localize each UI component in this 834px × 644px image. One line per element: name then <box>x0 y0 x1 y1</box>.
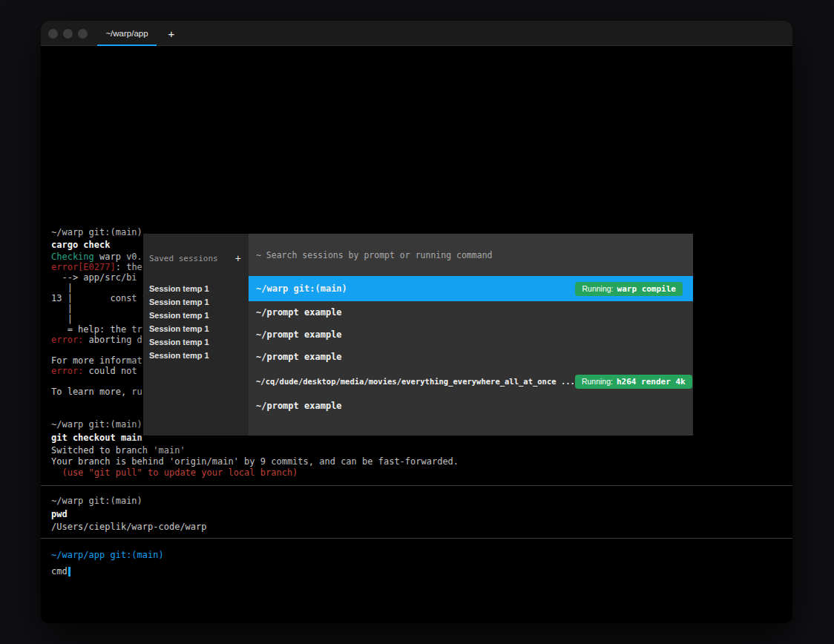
close-window-button[interactable] <box>48 29 58 39</box>
session-switcher-overlay: Saved sessions + Session temp 1Session t… <box>143 234 693 436</box>
saved-session-item[interactable]: Session temp 1 <box>143 335 249 349</box>
terminal-text: pwd <box>51 509 68 519</box>
running-command: warp compile <box>617 284 676 294</box>
text-cursor <box>68 567 70 576</box>
terminal-text: cargo check <box>51 240 110 250</box>
session-result-row[interactable]: ~/prompt example <box>249 301 693 323</box>
terminal-text: Your branch is behind 'origin/main' by 9… <box>51 456 459 467</box>
terminal-window: ~/warp/app + ~/warp git:(main)cargo chec… <box>41 21 792 623</box>
session-result-label: ~/warp git:(main) <box>256 283 347 294</box>
saved-session-item[interactable]: Session temp 1 <box>143 349 249 362</box>
session-result-list: ~/warp git:(main)Running:warp compile~/p… <box>249 276 693 417</box>
running-label: Running: <box>582 377 613 386</box>
pwd-block: ~/warp git:(main)pwd/Users/cieplik/warp-… <box>41 496 792 533</box>
terminal-text: ~/warp git:(main) <box>51 227 142 237</box>
terminal-line: (use "git pull" to update your local bra… <box>51 467 782 479</box>
terminal-text: To learn more, ru <box>51 387 142 397</box>
terminal-text: | <box>51 303 73 314</box>
terminal-line[interactable]: ~/warp/app git:(main) <box>51 550 782 561</box>
maximize-window-button[interactable] <box>78 29 88 39</box>
new-tab-button[interactable]: + <box>162 21 181 46</box>
terminal-text: ~/warp git:(main) <box>51 419 142 430</box>
current-input-block[interactable]: ~/warp/app git:(main)cmd <box>41 550 792 577</box>
running-label: Running: <box>582 284 613 293</box>
saved-session-item[interactable]: Session temp 1 <box>143 282 249 295</box>
session-result-label: ~/prompt example <box>256 307 342 318</box>
session-search-input[interactable]: ~ Search sessions by prompt or running c… <box>249 234 693 276</box>
terminal-text: 13 | const fl <box>51 293 153 303</box>
running-status-badge: Running:h264 render 4k <box>575 375 692 389</box>
add-session-button[interactable]: + <box>235 253 241 263</box>
terminal-text: --> app/src/bi <box>51 272 137 283</box>
terminal-line: /Users/cieplik/warp-code/warp <box>51 522 782 533</box>
session-result-label: ~/prompt example <box>256 329 342 340</box>
running-command: h264 render 4k <box>617 377 686 387</box>
session-result-row[interactable]: ~/prompt example <box>249 323 693 346</box>
terminal-line: pwd <box>51 509 782 520</box>
terminal-text: cmd <box>51 566 68 576</box>
terminal-text: Checking <box>51 252 94 262</box>
terminal-text: : the <box>116 262 142 272</box>
saved-session-list: Session temp 1Session temp 1Session temp… <box>143 282 249 362</box>
session-result-label: ~/cq/dude/desktop/media/movies/everythin… <box>256 377 575 386</box>
terminal-text: | <box>51 314 73 324</box>
titlebar: ~/warp/app + <box>41 21 792 46</box>
session-search-panel: ~ Search sessions by prompt or running c… <box>249 234 693 436</box>
session-result-row[interactable]: ~/prompt example <box>249 395 693 417</box>
session-result-label: ~/prompt example <box>256 352 342 362</box>
terminal-content: ~/warp git:(main)cargo checkChecking war… <box>41 46 792 623</box>
traffic-lights <box>48 21 88 46</box>
terminal-text: /Users/cieplik/warp-code/warp <box>51 522 207 532</box>
terminal-text: git checkout main <box>51 433 142 443</box>
terminal-text: | <box>51 283 73 293</box>
session-result-row[interactable]: ~/prompt example <box>249 346 693 368</box>
terminal-text: ~/warp/app git:(main) <box>51 550 164 560</box>
terminal-text: aborting d <box>83 335 142 345</box>
terminal-text: error[E0277] <box>51 262 116 272</box>
saved-sessions-header: Saved sessions + <box>143 234 249 263</box>
saved-session-item[interactable]: Session temp 1 <box>143 295 249 309</box>
terminal-text: error: <box>51 335 83 345</box>
terminal-line: Switched to branch 'main' <box>51 445 782 456</box>
terminal-text: error: <box>51 366 83 376</box>
terminal-text: = help: the tr <box>51 324 142 335</box>
terminal-text: ~/warp git:(main) <box>51 496 142 506</box>
session-result-label: ~/prompt example <box>256 401 342 411</box>
running-status-badge: Running:warp compile <box>575 282 683 296</box>
terminal-line[interactable]: cmd <box>51 566 782 577</box>
terminal-text: warp v0. <box>94 252 142 262</box>
terminal-text: For more informat <box>51 355 142 366</box>
terminal-line: Your branch is behind 'origin/main' by 9… <box>51 456 782 467</box>
block-divider <box>41 538 792 539</box>
minimize-window-button[interactable] <box>63 29 73 39</box>
tab-active[interactable]: ~/warp/app <box>97 21 157 46</box>
saved-sessions-panel: Saved sessions + Session temp 1Session t… <box>143 234 249 436</box>
terminal-line: ~/warp git:(main) <box>51 496 782 507</box>
terminal-text: (use "git pull" to update your local bra… <box>51 467 298 478</box>
saved-session-item[interactable]: Session temp 1 <box>143 322 249 335</box>
block-divider <box>41 485 792 486</box>
saved-sessions-title: Saved sessions <box>149 254 218 263</box>
tab-title: ~/warp/app <box>105 29 148 38</box>
saved-session-item[interactable]: Session temp 1 <box>143 309 249 322</box>
terminal-text: could not <box>83 366 137 376</box>
session-result-row[interactable]: ~/cq/dude/desktop/media/movies/everythin… <box>249 368 693 395</box>
session-result-row[interactable]: ~/warp git:(main)Running:warp compile <box>249 276 693 301</box>
terminal-text: Switched to branch 'main' <box>51 445 185 456</box>
